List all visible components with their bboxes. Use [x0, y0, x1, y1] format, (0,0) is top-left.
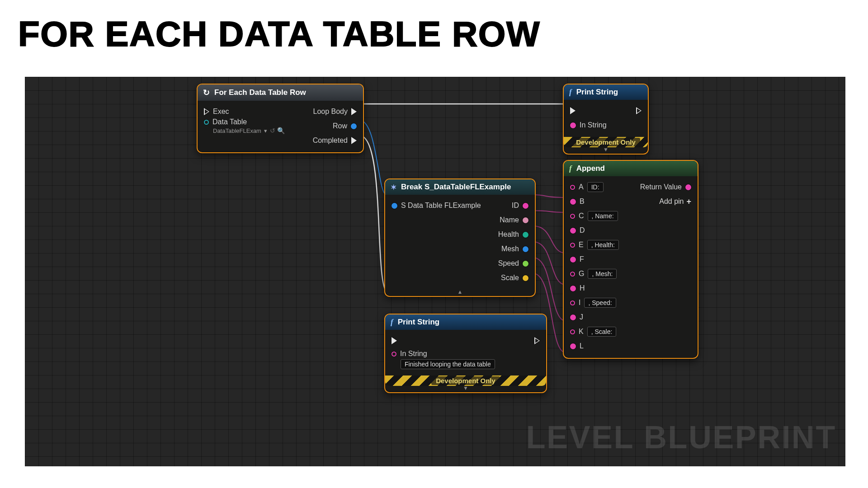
pin-exec-in[interactable]: Exec [204, 108, 229, 116]
pin-f-label: F [580, 255, 584, 263]
pin-b[interactable]: B [570, 197, 585, 206]
id-label: ID [512, 202, 519, 210]
pin-d[interactable]: D [570, 226, 585, 235]
scale-label: Scale [501, 274, 519, 282]
loop-icon: ↻ [203, 88, 210, 98]
pin-struct-in[interactable]: S Data Table FLExample [392, 202, 481, 210]
pin-k-label: K [579, 328, 584, 336]
string-pin-icon [523, 203, 528, 209]
node-break-struct[interactable]: ✶ Break S_DataTableFLExample S Data Tabl… [384, 178, 536, 297]
row-label: Row [333, 122, 347, 130]
blueprint-canvas[interactable]: ↻ For Each Data Table Row Exec Loop Body [25, 77, 845, 466]
print-string-title: Print String [398, 318, 440, 327]
string-pin-icon [570, 314, 576, 320]
pin-g-value[interactable]: , Mesh: [588, 269, 617, 279]
pin-i-label: I [579, 299, 580, 307]
return-value-label: Return Value [640, 183, 682, 191]
pin-exec-in[interactable] [570, 107, 576, 114]
page-title: FOR EACH DATA TABLE ROW [0, 0, 868, 55]
pin-j[interactable]: J [570, 313, 583, 321]
string-pin-icon [570, 185, 575, 190]
string-pin-icon [570, 122, 576, 128]
pin-return-value[interactable]: Return Value [640, 183, 691, 191]
reset-icon[interactable]: ↺ [270, 127, 275, 134]
print-string-title: Print String [576, 88, 618, 97]
development-only-banner: Development Only [385, 375, 546, 386]
node-print-string-bottom[interactable]: f Print String In String Finished loopin… [384, 314, 547, 393]
asset-tools[interactable]: ↺🔍 [270, 127, 285, 134]
break-icon: ✶ [391, 183, 396, 192]
pin-d-label: D [580, 226, 585, 235]
loop-body-label: Loop Body [313, 108, 348, 116]
break-title: Break S_DataTableFLExample [401, 183, 511, 192]
dropdown-icon[interactable]: ▾ [264, 127, 267, 134]
string-pin-icon [685, 184, 691, 190]
struct-pin-icon [351, 123, 357, 129]
pin-completed[interactable]: Completed [313, 136, 357, 145]
node-print-string-top[interactable]: f Print String In String Development Onl… [563, 84, 649, 155]
mesh-label: Mesh [501, 245, 519, 253]
string-pin-icon [570, 272, 575, 277]
node-foreach[interactable]: ↻ For Each Data Table Row Exec Loop Body [197, 84, 364, 153]
exec-icon [392, 337, 397, 344]
pin-row[interactable]: Row [333, 122, 357, 130]
pin-speed[interactable]: Speed [498, 259, 528, 267]
exec-in-label: Exec [213, 108, 229, 116]
pin-id[interactable]: ID [512, 202, 528, 210]
pin-name[interactable]: Name [500, 216, 528, 224]
string-pin-icon [392, 352, 396, 357]
add-pin-button[interactable]: Add pin + [659, 197, 691, 206]
pin-health[interactable]: Health [498, 230, 528, 239]
expand-arrow-icon[interactable]: ▼ [564, 147, 648, 154]
int-pin-icon [523, 232, 528, 238]
pin-e[interactable]: E, Health: [570, 240, 619, 250]
pin-scale[interactable]: Scale [501, 274, 528, 282]
pin-c-value[interactable]: , Name: [588, 211, 618, 221]
exec-icon [570, 107, 576, 114]
pin-loop-body[interactable]: Loop Body [313, 108, 357, 116]
pin-i[interactable]: I, Speed: [570, 298, 616, 308]
pin-e-value[interactable]: , Health: [587, 240, 619, 250]
node-break-header[interactable]: ✶ Break S_DataTableFLExample [385, 179, 535, 195]
expand-arrow-icon[interactable]: ▲ [385, 290, 535, 296]
string-pin-icon [570, 300, 575, 305]
pin-h[interactable]: H [570, 284, 585, 292]
pin-j-label: J [580, 313, 583, 321]
pin-k-value[interactable]: , Scale: [587, 327, 617, 337]
pin-data-table[interactable]: Data Table DataTableFLExam ▾ ↺🔍 [204, 118, 285, 134]
pin-k[interactable]: K, Scale: [570, 327, 616, 337]
node-print-string-bottom-header[interactable]: f Print String [385, 314, 546, 330]
pin-f[interactable]: F [570, 255, 584, 263]
pin-in-string[interactable]: In String Finished looping the data tabl… [392, 350, 495, 369]
pin-c[interactable]: C, Name: [570, 211, 618, 221]
exec-icon [204, 108, 209, 115]
pin-mesh[interactable]: Mesh [501, 245, 528, 253]
pin-exec-out[interactable] [636, 107, 642, 114]
node-print-string-top-header[interactable]: f Print String [564, 84, 648, 100]
string-pin-icon [570, 343, 576, 349]
in-string-value[interactable]: Finished looping the data table [401, 359, 495, 369]
pin-exec-in[interactable] [392, 337, 397, 344]
data-table-value[interactable]: DataTableFLExam [213, 127, 261, 134]
add-pin-label: Add pin [659, 197, 684, 206]
watermark: LEVEL BLUEPRINT [526, 419, 836, 455]
pin-e-label: E [579, 241, 584, 249]
pin-a-value[interactable]: ID: [587, 182, 604, 192]
node-append[interactable]: f Append A ID: Return Value B Add pin [563, 160, 698, 359]
node-append-header[interactable]: f Append [564, 161, 698, 176]
exec-icon [351, 108, 357, 115]
float-pin-icon [523, 261, 528, 267]
pin-exec-out[interactable] [534, 337, 540, 344]
pin-g[interactable]: G, Mesh: [570, 269, 617, 279]
plus-icon: + [686, 197, 691, 206]
health-label: Health [498, 230, 519, 239]
node-foreach-title: For Each Data Table Row [214, 88, 306, 97]
browse-icon[interactable]: 🔍 [277, 127, 285, 134]
pin-a[interactable]: A ID: [570, 182, 604, 192]
node-foreach-header[interactable]: ↻ For Each Data Table Row [198, 84, 363, 101]
pin-i-value[interactable]: , Speed: [584, 298, 616, 308]
pin-in-string[interactable]: In String [570, 121, 607, 129]
expand-arrow-icon[interactable]: ▼ [385, 386, 546, 392]
pin-l[interactable]: L [570, 342, 584, 350]
string-pin-icon [570, 214, 575, 219]
